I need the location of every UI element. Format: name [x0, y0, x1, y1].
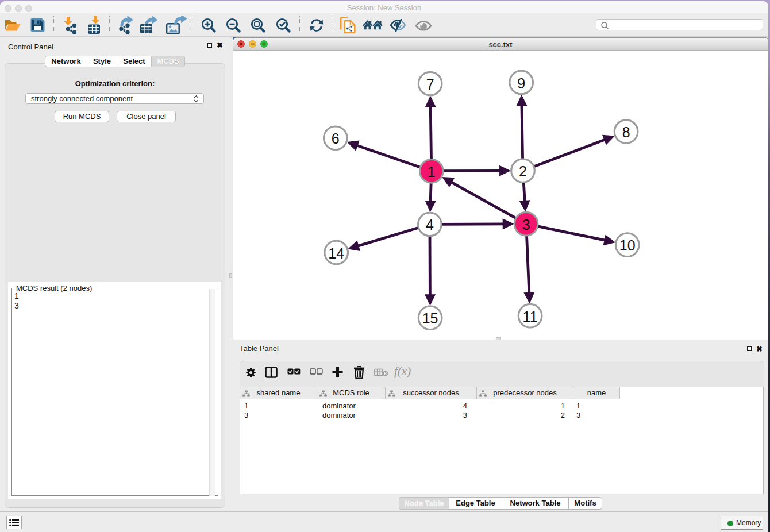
svg-text:1: 1 — [428, 164, 436, 180]
svg-text:11: 11 — [523, 309, 538, 325]
svg-text:8: 8 — [622, 124, 630, 140]
svg-text:9: 9 — [517, 75, 525, 91]
svg-text:14: 14 — [328, 245, 344, 261]
svg-text:6: 6 — [332, 130, 340, 147]
svg-text:2: 2 — [519, 163, 527, 179]
svg-text:7: 7 — [426, 76, 434, 92]
svg-text:3: 3 — [522, 217, 530, 233]
svg-text:4: 4 — [426, 217, 434, 233]
svg-text:10: 10 — [619, 237, 636, 253]
svg-text:15: 15 — [422, 310, 438, 326]
